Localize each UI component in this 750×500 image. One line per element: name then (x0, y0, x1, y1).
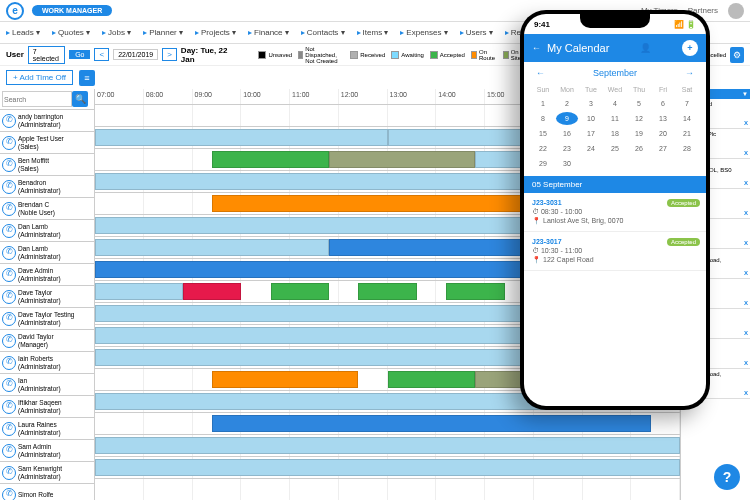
nav-planner[interactable]: ▸Planner ▾ (143, 28, 183, 37)
gantt-bar[interactable] (446, 283, 505, 300)
close-icon[interactable]: X (744, 300, 748, 306)
calendar-day[interactable]: 8 (532, 112, 554, 125)
calendar-day[interactable]: 20 (652, 127, 674, 140)
user-row[interactable]: ✆Dave Taylor(Administrator) (0, 286, 94, 308)
go-button[interactable]: Go (69, 50, 90, 59)
nav-contacts[interactable]: ▸Contacts ▾ (301, 28, 345, 37)
user-row[interactable]: ✆David Taylor(Manager) (0, 330, 94, 352)
calendar-day[interactable]: 25 (604, 142, 626, 155)
gantt-bar[interactable] (95, 459, 680, 476)
user-row[interactable]: ✆Dave Taylor Testing(Administrator) (0, 308, 94, 330)
search-input[interactable] (2, 91, 72, 107)
filter-icon[interactable]: ▼ (742, 91, 748, 97)
calendar-day[interactable]: 22 (532, 142, 554, 155)
user-row[interactable]: ✆Apple Test User(Sales) (0, 132, 94, 154)
nav-jobs[interactable]: ▸Jobs ▾ (102, 28, 131, 37)
calendar-day[interactable]: 28 (676, 142, 698, 155)
gantt-bar[interactable] (183, 283, 242, 300)
user-row[interactable]: ✆Simon Rolfe (0, 484, 94, 500)
user-row[interactable]: ✆Iftikhar Saqeen(Administrator) (0, 396, 94, 418)
calendar-day[interactable]: 23 (556, 142, 578, 155)
close-icon[interactable]: X (744, 360, 748, 366)
close-icon[interactable]: X (744, 270, 748, 276)
gantt-bar[interactable] (271, 283, 330, 300)
calendar-day[interactable]: 10 (580, 112, 602, 125)
calendar-day[interactable]: 1 (532, 97, 554, 110)
user-row[interactable]: ✆Ian(Administrator) (0, 374, 94, 396)
calendar-day[interactable]: 14 (676, 112, 698, 125)
nav-projects[interactable]: ▸Projects ▾ (195, 28, 236, 37)
date-input[interactable]: 22/01/2019 (113, 49, 158, 60)
close-icon[interactable]: X (744, 240, 748, 246)
close-icon[interactable]: X (744, 120, 748, 126)
calendar-day[interactable]: 16 (556, 127, 578, 140)
calendar-day[interactable]: 5 (628, 97, 650, 110)
calendar-day[interactable]: 26 (628, 142, 650, 155)
nav-users[interactable]: ▸Users ▾ (460, 28, 493, 37)
add-icon[interactable]: + (682, 40, 698, 56)
user-row[interactable]: ✆Laura Raines(Administrator) (0, 418, 94, 440)
user-row[interactable]: ✆Sam Kenwright(Administrator) (0, 462, 94, 484)
calendar-day[interactable]: 11 (604, 112, 626, 125)
avatar[interactable] (728, 3, 744, 19)
nav-quotes[interactable]: ▸Quotes ▾ (52, 28, 90, 37)
gantt-bar[interactable] (95, 239, 329, 256)
close-icon[interactable]: X (744, 330, 748, 336)
calendar-day[interactable]: 7 (676, 97, 698, 110)
calendar-day[interactable]: 15 (532, 127, 554, 140)
calendar-day[interactable]: 3 (580, 97, 602, 110)
user-row[interactable]: ✆Dan Lamb(Administrator) (0, 220, 94, 242)
user-select[interactable]: 7 selected (28, 46, 65, 64)
calendar-day[interactable]: 19 (628, 127, 650, 140)
user-row[interactable]: ✆Dave Admin(Administrator) (0, 264, 94, 286)
user-row[interactable]: ✆Ben Moffitt(Sales) (0, 154, 94, 176)
gantt-bar[interactable] (212, 151, 329, 168)
calendar-day[interactable]: 17 (580, 127, 602, 140)
gantt-bar[interactable] (95, 283, 183, 300)
gantt-bar[interactable] (329, 151, 475, 168)
prev-day[interactable]: < (94, 48, 109, 61)
calendar-day[interactable]: 27 (652, 142, 674, 155)
calendar-day[interactable]: 2 (556, 97, 578, 110)
user-row[interactable]: ✆Sam Admin(Administrator) (0, 440, 94, 462)
person-icon[interactable]: 👤 (640, 43, 651, 53)
job-card[interactable]: J23-3031⏱ 08:30 - 10:00Lanlost Ave St, B… (524, 193, 706, 232)
calendar-day[interactable]: 30 (556, 157, 578, 170)
user-row[interactable]: ✆Brendan C(Noble User) (0, 198, 94, 220)
calendar-day[interactable]: 6 (652, 97, 674, 110)
gantt-bar[interactable] (388, 371, 476, 388)
user-row[interactable]: ✆Dan Lamb(Administrator) (0, 242, 94, 264)
close-icon[interactable]: X (744, 180, 748, 186)
calendar-day[interactable]: 29 (532, 157, 554, 170)
user-row[interactable]: ✆Iain Roberts(Administrator) (0, 352, 94, 374)
next-month[interactable]: → (685, 68, 694, 78)
nav-leads[interactable]: ▸Leads ▾ (6, 28, 40, 37)
calendar-day[interactable]: 18 (604, 127, 626, 140)
search-icon[interactable]: 🔍 (72, 91, 88, 107)
calendar-day[interactable]: 21 (676, 127, 698, 140)
add-time-off-button[interactable]: + Add Time Off (6, 70, 73, 85)
close-icon[interactable]: X (744, 150, 748, 156)
job-card[interactable]: J23-3017⏱ 10:30 - 11:00122 Capel RoadAcc… (524, 232, 706, 271)
gantt-bar[interactable] (358, 283, 417, 300)
prev-month[interactable]: ← (536, 68, 545, 78)
calendar-day[interactable]: 12 (628, 112, 650, 125)
settings-btn[interactable]: ⚙ (730, 47, 744, 63)
help-button[interactable]: ? (714, 464, 740, 490)
nav-finance[interactable]: ▸Finance ▾ (248, 28, 289, 37)
next-day[interactable]: > (162, 48, 177, 61)
calendar-day[interactable]: 9 (556, 112, 578, 125)
calendar-day[interactable]: 4 (604, 97, 626, 110)
calendar-day[interactable]: 13 (652, 112, 674, 125)
close-icon[interactable]: X (744, 210, 748, 216)
close-icon[interactable]: X (744, 390, 748, 396)
left-action[interactable]: ≡ (79, 70, 95, 86)
nav-items[interactable]: ▸Items ▾ (357, 28, 389, 37)
calendar-day[interactable]: 24 (580, 142, 602, 155)
nav-expenses[interactable]: ▸Expenses ▾ (400, 28, 447, 37)
gantt-bar[interactable] (95, 129, 388, 146)
user-row[interactable]: ✆Benadron(Administrator) (0, 176, 94, 198)
gantt-bar[interactable] (95, 437, 680, 454)
back-icon[interactable]: ← (532, 43, 541, 53)
gantt-bar[interactable] (212, 415, 651, 432)
